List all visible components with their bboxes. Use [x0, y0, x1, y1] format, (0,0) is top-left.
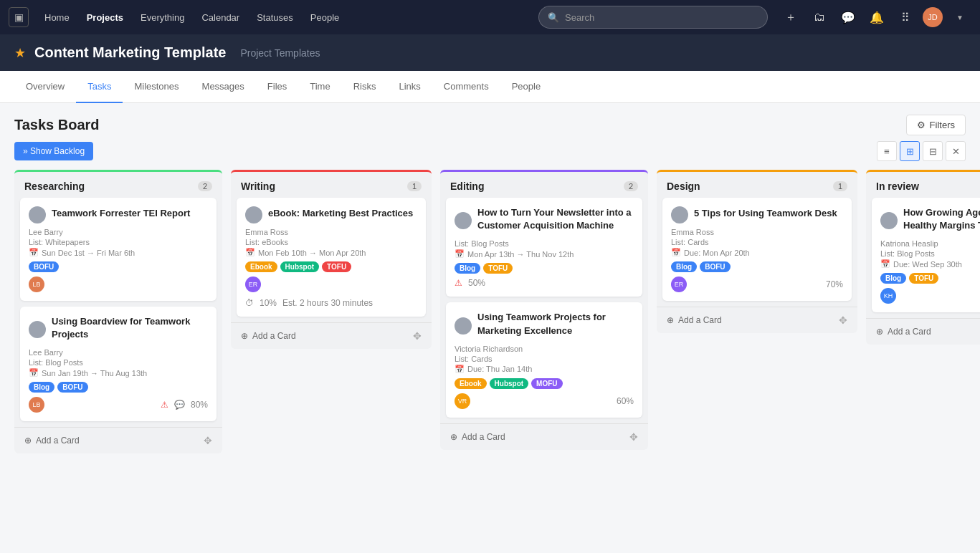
app-logo[interactable]: ▣ [9, 7, 29, 27]
add-card-inreview[interactable]: ⊕ Add a Card ✥ [866, 318, 980, 345]
add-card-editing[interactable]: ⊕ Add a Card ✥ [440, 423, 648, 450]
show-backlog-button[interactable]: » Show Backlog [14, 142, 93, 160]
card-title: How to Turn Your Newsletter into a Custo… [477, 206, 634, 232]
tab-tasks[interactable]: Tasks [76, 71, 123, 103]
add-card-design[interactable]: ⊕ Add a Card ✥ [657, 307, 857, 333]
card-footer: LB [29, 276, 208, 292]
folder-icon[interactable]: 🗂 [808, 6, 831, 29]
user-avatar[interactable]: JD [923, 7, 943, 27]
drag-icon: ✥ [629, 431, 638, 443]
card-title: How Growing Agencies Maintain Healthy Ma… [903, 206, 980, 232]
column-title-writing: Writing [241, 181, 275, 192]
card-list: List: Blog Posts [455, 239, 634, 248]
board-container: Researching 2 Teamwork Forrester TEI Rep… [0, 170, 980, 468]
avatar: VR [455, 393, 470, 409]
chevron-down-icon[interactable]: ▼ [948, 6, 971, 29]
tab-milestones[interactable]: Milestones [123, 71, 190, 103]
search-input[interactable] [565, 12, 758, 23]
list-view-button[interactable]: ≡ [877, 141, 897, 161]
nav-calendar[interactable]: Calendar [194, 8, 247, 27]
tab-people[interactable]: People [500, 71, 552, 103]
drag-icon: ✥ [204, 435, 212, 446]
card-date: 📅 Due: Wed Sep 30th [880, 259, 980, 269]
favorite-star-icon[interactable]: ★ [14, 45, 26, 61]
board-actions: » Show Backlog ≡ ⊞ ⊟ ✕ [0, 141, 980, 170]
nav-home[interactable]: Home [37, 8, 77, 27]
card-date: 📅 Due: Mon Apr 20th [671, 248, 843, 257]
card-title: eBook: Marketing Best Practices [268, 207, 413, 220]
column-header-writing: Writing 1 [231, 170, 432, 198]
column-count-design: 1 [833, 181, 847, 191]
card-avatar-bottom: KH [880, 288, 896, 304]
column-count-researching: 2 [198, 181, 212, 191]
tab-overview[interactable]: Overview [14, 71, 76, 103]
search-bar[interactable]: 🔍 [538, 6, 768, 29]
card-assignee-row: 5 Tips for Using Teamwork Desk [671, 206, 843, 223]
card-footer: KH ⚠ 90% [880, 288, 980, 304]
add-button[interactable]: ＋ [779, 6, 802, 29]
nav-projects[interactable]: Projects [80, 8, 130, 27]
column-header-design: Design 1 [657, 170, 857, 198]
plus-icon: ⊕ [876, 327, 883, 337]
filter-icon: ⚙ [917, 120, 926, 130]
search-icon: 🔍 [548, 12, 559, 23]
tag-tofu: TOFU [483, 263, 513, 274]
nav-statuses[interactable]: Statuses [249, 8, 300, 27]
avatar [880, 212, 898, 229]
avatar [455, 317, 472, 335]
nav-people[interactable]: People [303, 8, 346, 27]
card-footer: ER [245, 276, 417, 292]
sub-tab-bar: Overview Tasks Milestones Messages Files… [0, 71, 980, 103]
card-list: List: eBooks [245, 238, 417, 246]
calendar-icon: 📅 [880, 259, 890, 269]
alert-icon: ⚠ [161, 400, 168, 410]
card-tags: Blog TOFU [455, 263, 634, 274]
column-cards-researching: Teamwork Forrester TEI Report Lee Barry … [14, 198, 222, 427]
card-list: List: Cards [455, 355, 634, 363]
card-title: Using Boardview for Teamwork Projects [52, 315, 208, 341]
card-tags: BOFU [29, 261, 208, 272]
nav-everything[interactable]: Everything [133, 8, 191, 27]
filters-button[interactable]: ⚙ Filters [906, 115, 966, 135]
board-title: Tasks Board [14, 117, 100, 133]
column-writing: Writing 1 eBook: Marketing Best Practice… [231, 170, 432, 349]
progress-row: ⚠ 💬 80% [161, 400, 208, 410]
close-view-button[interactable]: ✕ [946, 141, 966, 161]
avatar [29, 206, 46, 223]
card-tags: Blog TOFU [880, 273, 980, 284]
card-progress-row: ⏱ 10% Est. 2 hours 30 minutes [245, 298, 417, 308]
column-header-inreview: In review [866, 170, 980, 198]
progress-row: 70% [826, 279, 843, 289]
project-header: ★ Content Marketing Template Project Tem… [0, 34, 980, 71]
chat-icon[interactable]: 💬 [837, 6, 860, 29]
card-avatar-bottom: VR [455, 393, 470, 409]
tag-hubspot: Hubspot [490, 378, 529, 389]
tag-blog: Blog [29, 382, 54, 393]
column-researching: Researching 2 Teamwork Forrester TEI Rep… [14, 170, 222, 453]
tab-messages[interactable]: Messages [191, 71, 256, 103]
add-card-researching[interactable]: ⊕ Add a Card ✥ [14, 427, 222, 453]
column-title-researching: Researching [24, 181, 85, 192]
tab-comments[interactable]: Comments [432, 71, 500, 103]
tab-risks[interactable]: Risks [342, 71, 388, 103]
grid-icon[interactable]: ⠿ [894, 6, 917, 29]
notification-icon[interactable]: 🔔 [865, 6, 888, 29]
column-count-writing: 1 [407, 181, 422, 191]
card-avatar-bottom: LB [29, 397, 44, 413]
avatar [245, 206, 262, 223]
progress-pct: 10% [260, 298, 277, 308]
board-view-button[interactable]: ⊞ [900, 141, 920, 161]
drag-icon: ✥ [413, 330, 422, 342]
tab-time[interactable]: Time [298, 71, 341, 103]
card-assignee-row: Using Teamwork Projects for Marketing Ex… [455, 311, 634, 340]
card-date: 📅 Mon Apr 13th → Thu Nov 12th [455, 249, 634, 259]
avatar: LB [29, 276, 44, 292]
add-card-writing[interactable]: ⊕ Add a Card ✥ [231, 322, 432, 349]
avatar [455, 212, 472, 229]
tab-links[interactable]: Links [387, 71, 432, 103]
card-newsletter: How to Turn Your Newsletter into a Custo… [446, 198, 642, 297]
calendar-icon: 📅 [245, 248, 255, 257]
filter-view-button[interactable]: ⊟ [923, 141, 943, 161]
card-assignee: Emma Ross [671, 228, 843, 236]
tab-files[interactable]: Files [256, 71, 298, 103]
